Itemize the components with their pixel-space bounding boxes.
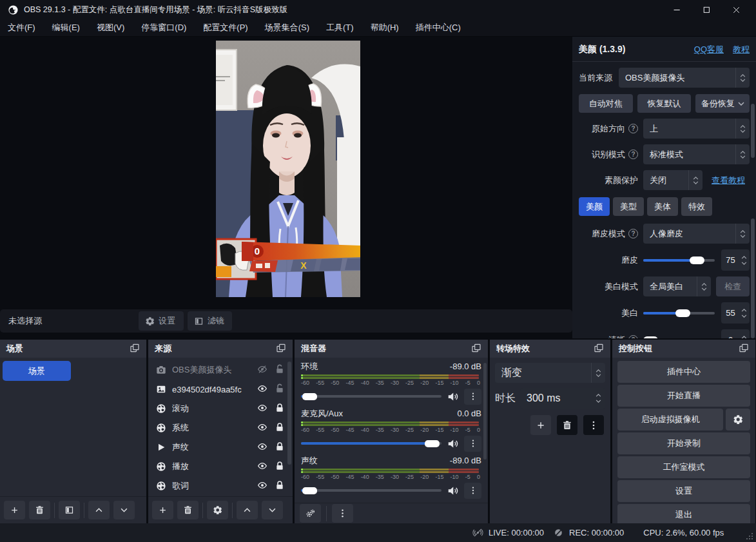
clarity-spinbox[interactable]: 0 [721,329,750,338]
help-icon[interactable]: ? [628,124,638,133]
studio-mode-button[interactable]: 工作室模式 [617,456,750,478]
slider-handle[interactable] [302,487,317,494]
mute-button[interactable] [447,391,459,403]
plugin-center-button[interactable]: 插件中心 [617,361,750,383]
slider-handle[interactable] [675,309,690,317]
add-transition-button[interactable] [530,415,551,435]
view-tutorial-link[interactable]: 查看教程 [712,175,745,186]
help-icon[interactable]: ? [628,335,638,338]
close-button[interactable] [721,0,751,19]
detect-mode-select[interactable]: 标准模式 [643,144,750,164]
tutorial-link[interactable]: 教程 [733,44,750,55]
backup-restore-button[interactable]: 备份恢复 [695,94,750,113]
smooth-spinbox[interactable]: 75 [721,249,750,271]
menu-item-profile[interactable]: 配置文件(P) [203,22,247,34]
channel-menu-button[interactable] [464,483,481,499]
volume-slider[interactable] [301,486,441,495]
source-row[interactable]: e394502df49aa5fc [148,380,293,399]
volume-slider[interactable] [301,439,441,448]
scrollbar[interactable] [483,363,487,460]
remove-transition-button[interactable] [557,415,577,435]
visibility-toggle[interactable] [257,403,269,414]
resize-grip-icon[interactable] [746,532,753,540]
smooth-slider[interactable] [643,256,715,265]
popout-icon[interactable] [471,343,483,354]
whiten-slider[interactable] [643,309,715,318]
menu-item-docks[interactable]: 停靠窗口(D) [141,22,186,34]
lock-toggle[interactable] [275,403,286,414]
current-source-select[interactable]: OBS美颜摄像头 [619,68,750,88]
advanced-audio-button[interactable] [300,504,321,523]
help-icon[interactable]: ? [628,150,638,159]
transition-menu-button[interactable] [583,415,604,435]
scene-filters-button[interactable] [59,501,80,519]
start-virtual-camera-button[interactable]: 启动虚拟摄像机 [617,409,723,431]
scrollbar[interactable] [751,104,755,158]
slider-handle[interactable] [302,393,317,400]
channel-menu-button[interactable] [464,389,481,405]
preview-canvas[interactable]: 0 X 未选择源 设置 [0,37,572,338]
qq-support-link[interactable]: QQ客服 [694,44,724,55]
visibility-toggle[interactable] [257,480,269,492]
source-row[interactable]: 歌词 [148,476,293,496]
add-scene-button[interactable] [4,501,25,519]
move-source-down-button[interactable] [262,501,283,519]
start-streaming-button[interactable]: 开始直播 [617,385,750,407]
tab-body[interactable]: 美体 [647,197,678,216]
scrollbar[interactable] [287,362,291,465]
source-row[interactable]: OBS美颜摄像头 [148,360,293,380]
source-properties-button[interactable]: 设置 [139,311,184,331]
protect-select[interactable]: 关闭 [643,170,703,190]
menu-item-scene-collection[interactable]: 场景集合(S) [265,22,309,34]
smooth-mode-select[interactable]: 人像磨皮 [643,224,750,244]
maximize-button[interactable] [692,0,721,19]
source-row[interactable]: 播放 [148,457,293,476]
source-row[interactable]: 滚动 [148,399,293,418]
visibility-toggle[interactable] [257,422,269,434]
whiten-mode-select[interactable]: 全局美白 [643,276,711,296]
duration-spinbox[interactable]: 300 ms [520,388,605,409]
scene-item-selected[interactable]: 场景 [3,361,71,381]
lock-toggle[interactable] [275,364,286,376]
visibility-toggle[interactable] [257,383,269,395]
visibility-toggle[interactable] [257,461,269,472]
lock-toggle[interactable] [275,461,286,472]
move-scene-up-button[interactable] [88,501,110,519]
slider-handle[interactable] [690,256,704,264]
popout-icon[interactable] [739,343,750,354]
source-properties-button[interactable] [207,501,228,519]
exit-button[interactable]: 退出 [617,504,750,526]
visibility-toggle[interactable] [257,364,269,376]
visibility-toggle[interactable] [257,441,269,453]
source-row[interactable]: 系统 [148,418,293,438]
popout-icon[interactable] [276,343,287,354]
mixer-menu-button[interactable] [332,504,353,523]
minimize-button[interactable] [662,0,692,19]
help-icon[interactable]: ? [628,229,638,238]
start-recording-button[interactable]: 开始录制 [617,432,750,454]
remove-scene-button[interactable] [29,501,50,519]
lock-toggle[interactable] [275,441,286,453]
lock-toggle[interactable] [275,383,286,395]
menu-item-plugin-center[interactable]: 插件中心(C) [416,22,461,34]
move-scene-down-button[interactable] [113,501,135,519]
lock-toggle[interactable] [275,480,286,492]
source-filters-button[interactable]: 滤镜 [188,311,232,331]
menu-item-view[interactable]: 视图(V) [97,22,124,34]
clarity-slider[interactable] [643,336,715,339]
volume-slider[interactable] [301,392,441,401]
mute-button[interactable] [447,485,459,497]
popout-icon[interactable] [594,343,605,354]
menu-item-file[interactable]: 文件(F) [8,22,35,34]
check-button[interactable]: 检查 [716,276,750,296]
tab-beauty[interactable]: 美颜 [579,197,610,216]
tab-face-shape[interactable]: 美型 [613,197,644,216]
move-source-up-button[interactable] [237,501,258,519]
slider-handle[interactable] [425,440,440,447]
restore-default-button[interactable]: 恢复默认 [637,94,692,113]
virtual-camera-settings-button[interactable] [726,409,750,431]
slider-handle[interactable] [643,336,658,339]
lock-toggle[interactable] [275,422,286,434]
menu-item-edit[interactable]: 编辑(E) [52,22,80,34]
menu-item-tools[interactable]: 工具(T) [326,22,354,34]
